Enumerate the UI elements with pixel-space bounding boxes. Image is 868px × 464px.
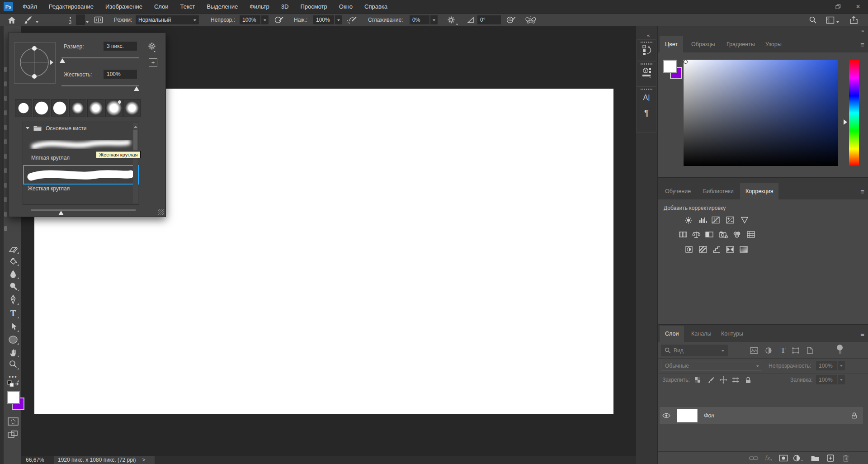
- tab-layers[interactable]: Слои: [660, 326, 684, 342]
- path-selection-tool[interactable]: [6, 321, 20, 333]
- delete-layer-trash-icon[interactable]: [840, 454, 851, 463]
- layer-name[interactable]: Фон: [704, 412, 714, 419]
- tab-libraries[interactable]: Библиотеки: [698, 183, 739, 199]
- link-layers-icon[interactable]: [748, 454, 759, 463]
- layer-visibility-toggle[interactable]: [660, 412, 673, 419]
- black-white-icon[interactable]: [704, 230, 715, 239]
- brush-size-slider[interactable]: [61, 57, 139, 58]
- share-icon[interactable]: [848, 15, 859, 25]
- menu-layers[interactable]: Слои: [148, 0, 175, 13]
- lock-all-icon[interactable]: [743, 375, 754, 384]
- panel-resize-grip[interactable]: [158, 209, 164, 215]
- home-icon[interactable]: [6, 15, 17, 25]
- quick-mask-icon[interactable]: [6, 416, 20, 427]
- zoom-level[interactable]: 66,67%: [26, 457, 44, 463]
- layer-style-fx-icon[interactable]: fx: [764, 454, 774, 463]
- tab-patterns[interactable]: Узоры: [760, 36, 787, 52]
- filter-type-layers-icon[interactable]: T: [778, 346, 788, 355]
- filter-smart-objects-icon[interactable]: [804, 346, 815, 355]
- smoothing-gear-icon[interactable]: [446, 15, 457, 25]
- menu-3d[interactable]: 3D: [275, 0, 295, 13]
- add-layer-mask-icon[interactable]: [778, 454, 789, 463]
- lock-artboard-icon[interactable]: [730, 375, 741, 384]
- menu-window[interactable]: Окно: [333, 0, 359, 13]
- color-panel-menu-icon[interactable]: ≡: [860, 41, 864, 48]
- layer-row-background[interactable]: Фон: [660, 407, 863, 424]
- recent-brush-1[interactable]: [15, 99, 32, 117]
- symmetry-butterfly-icon[interactable]: [524, 15, 538, 25]
- vibrance-icon[interactable]: [739, 216, 750, 225]
- create-brush-button[interactable]: +: [149, 58, 157, 67]
- smoothing-value[interactable]: 0%: [410, 15, 429, 24]
- document-info[interactable]: 1920 пикс. x 1080 пикс. (72 ppi) >: [54, 456, 155, 464]
- restore-button[interactable]: [828, 0, 848, 13]
- flow-dropdown[interactable]: [335, 15, 342, 24]
- flow-value[interactable]: 100%: [313, 15, 334, 24]
- color-lookup-icon[interactable]: [745, 230, 756, 239]
- dodge-tool[interactable]: [6, 280, 20, 292]
- recent-brush-4[interactable]: [69, 99, 86, 117]
- threshold-icon[interactable]: [711, 245, 722, 254]
- ellipse-shape-tool[interactable]: [6, 334, 20, 346]
- layers-menu-icon[interactable]: ≡: [860, 330, 864, 338]
- foreground-color-swatch[interactable]: [7, 391, 20, 404]
- blend-mode-select[interactable]: Нормальный: [136, 15, 199, 24]
- photo-filter-icon[interactable]: [718, 230, 729, 239]
- tab-adjustments[interactable]: Коррекция: [740, 183, 778, 199]
- recent-brush-3[interactable]: [51, 99, 68, 117]
- lock-position-icon[interactable]: [718, 375, 729, 384]
- folder-chevron-icon[interactable]: [26, 127, 29, 131]
- menu-edit[interactable]: Редактирование: [43, 0, 99, 13]
- zoom-tool[interactable]: [6, 359, 20, 370]
- brush-tool-chevron[interactable]: [36, 19, 38, 24]
- brush-hardness-input[interactable]: 100%: [104, 70, 137, 79]
- collapse-panels-icon[interactable]: «: [647, 33, 649, 38]
- menu-help[interactable]: Справка: [359, 0, 393, 13]
- pressure-opacity-icon[interactable]: [274, 15, 284, 25]
- recent-brush-6[interactable]: [105, 99, 123, 117]
- color-field-marker[interactable]: [684, 60, 688, 64]
- tab-color[interactable]: Цвет: [660, 36, 683, 52]
- airbrush-icon[interactable]: [346, 15, 357, 25]
- default-swap-colors-icon[interactable]: [6, 379, 20, 388]
- smoothing-dropdown[interactable]: [430, 15, 438, 24]
- brush-stroke-preview[interactable]: [76, 14, 85, 25]
- menu-filter[interactable]: Фильтр: [244, 0, 275, 13]
- close-button[interactable]: ×: [848, 0, 868, 13]
- paragraph-panel-button[interactable]: ¶: [637, 108, 656, 118]
- tab-learn[interactable]: Обучение: [660, 183, 696, 199]
- brush-hardness-slider[interactable]: [61, 85, 139, 86]
- status-chevron-icon[interactable]: >: [142, 457, 146, 463]
- workspace-icon[interactable]: [825, 15, 835, 25]
- blend-mode-dropdown[interactable]: Обычные: [661, 361, 762, 371]
- minimize-button[interactable]: –: [808, 0, 828, 13]
- recent-brush-7[interactable]: [123, 99, 141, 117]
- layer-opacity-value[interactable]: 100%: [816, 361, 837, 370]
- lock-transparent-pixels-icon[interactable]: [692, 375, 703, 384]
- fill-value[interactable]: 100%: [816, 375, 837, 384]
- hue-saturation-icon[interactable]: [678, 230, 689, 239]
- character-panel-button[interactable]: A|: [637, 94, 656, 102]
- menu-type[interactable]: Текст: [175, 0, 201, 13]
- menu-select[interactable]: Выделение: [201, 0, 244, 13]
- filter-adjustment-layers-icon[interactable]: [763, 346, 774, 355]
- layer-filter-toggle[interactable]: [837, 345, 843, 355]
- brightness-contrast-icon[interactable]: [683, 216, 694, 225]
- menu-view[interactable]: Просмотр: [294, 0, 333, 13]
- adjustments-menu-icon[interactable]: ≡: [860, 188, 864, 195]
- brush-folder-row[interactable]: Основные кисти: [26, 125, 86, 132]
- libraries-graphics-panel-button[interactable]: [637, 61, 656, 86]
- pressure-size-icon[interactable]: [505, 15, 516, 25]
- history-panel-button[interactable]: [637, 39, 656, 61]
- new-group-folder-icon[interactable]: [810, 454, 821, 463]
- screen-mode-icon[interactable]: [6, 428, 20, 440]
- workspace-chevron[interactable]: [836, 19, 839, 24]
- recent-brush-5[interactable]: [87, 99, 104, 117]
- layer-opacity-dropdown[interactable]: [838, 361, 845, 370]
- saturation-brightness-field[interactable]: [684, 60, 838, 166]
- exposure-icon[interactable]: [725, 216, 736, 225]
- selective-color-icon[interactable]: [738, 245, 749, 254]
- brush-panel-gear-icon[interactable]: [148, 42, 156, 54]
- lock-image-pixels-icon[interactable]: [706, 375, 717, 384]
- search-icon[interactable]: [807, 15, 818, 25]
